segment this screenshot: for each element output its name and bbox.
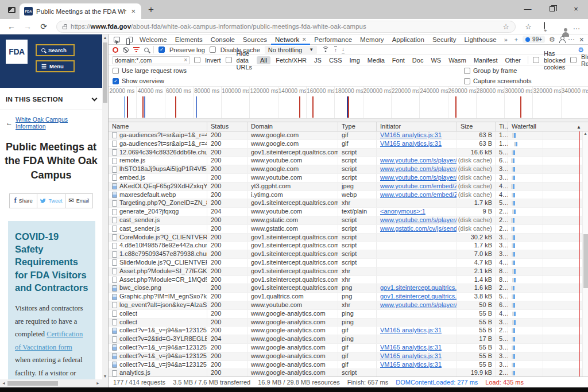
new-tab-button[interactable]: + xyxy=(141,4,161,15)
filter-toggle-icon[interactable] xyxy=(133,47,140,52)
scroll-down-arrow[interactable]: ▼ xyxy=(102,374,108,378)
devtools-tab-performance[interactable]: Performance xyxy=(310,34,356,45)
table-scroll-thumb[interactable] xyxy=(583,234,588,288)
feedback-icon[interactable] xyxy=(559,36,564,41)
request-row[interactable]: collect?v=1&_v=j94&a=1231253574&...200ww… xyxy=(109,327,588,335)
devtools-settings-icon[interactable]: ⚙ xyxy=(549,36,555,43)
request-row[interactable]: analytics.js200www.google-analytics.coms… xyxy=(109,369,588,377)
request-row[interactable]: ga-audiences?t=sr&aip=1&_r=4&slf_r...200… xyxy=(109,140,588,149)
devtools-tab-security[interactable]: Security xyxy=(428,34,461,45)
init-cell[interactable]: www.youtube.com/s/player/9e4... xyxy=(377,174,457,182)
back-button[interactable]: ← xyxy=(5,22,18,30)
close-window-button[interactable]: × xyxy=(564,0,588,17)
issues-badge[interactable]: 99+ xyxy=(523,36,545,43)
name-cell[interactable]: analytics.js xyxy=(109,369,207,377)
request-row[interactable]: cast_sender.js200www.gstatic.comscriptww… xyxy=(109,216,588,225)
filter-chip-doc[interactable]: Doc xyxy=(410,56,426,64)
email-share-button[interactable]: ✉Email xyxy=(65,193,93,208)
filter-chip-other[interactable]: Other xyxy=(502,56,523,64)
request-row[interactable]: embed.js200www.youtube.comscriptwww.yout… xyxy=(109,174,588,183)
name-cell[interactable]: SliderModule.js?Q_CLIENTVERSION=1... xyxy=(109,259,207,267)
forward-button[interactable]: → xyxy=(21,22,34,30)
preserve-log-checkbox[interactable] xyxy=(158,46,165,53)
name-cell[interactable]: collect?v=1&_v=j94&a=1231253574&... xyxy=(109,361,207,369)
request-row[interactable]: log_event?alt=json&key=AIzaSyAO_FJ...200… xyxy=(109,301,588,310)
request-row[interactable]: generate_204?jfqxqg204www.youtube.comtex… xyxy=(109,208,588,216)
has-blocked-cookies-checkbox[interactable] xyxy=(533,57,539,63)
devtools-tab-sources[interactable]: Sources xyxy=(239,34,271,45)
record-network-log-button[interactable] xyxy=(113,47,118,53)
name-cell[interactable]: collect xyxy=(109,310,207,318)
large-rows-checkbox[interactable] xyxy=(113,68,119,74)
name-cell[interactable]: ga-audiences?t=sr&aip=1&_r=4&slf_r... xyxy=(109,140,207,148)
column-header-name[interactable]: Name xyxy=(109,122,207,131)
blocked-requests-checkbox[interactable] xyxy=(570,57,577,63)
request-row[interactable]: collect200www.google-analytics.comping55… xyxy=(109,310,588,319)
group-by-frame-checkbox[interactable] xyxy=(464,68,470,74)
filter-chip-img[interactable]: Img xyxy=(347,56,362,64)
search-network-icon[interactable] xyxy=(144,48,149,52)
filter-chip-manifest[interactable]: Manifest xyxy=(471,56,500,64)
devtools-tab-memory[interactable]: Memory xyxy=(356,34,388,45)
name-cell[interactable]: Targeting.php?Q_ZoneID=ZN_8nYVgb... xyxy=(109,199,207,207)
request-row[interactable]: 4.d8e10f498578e92e442a.chunk.js?Q_...200… xyxy=(109,242,588,250)
name-cell[interactable]: embed.js xyxy=(109,174,207,182)
address-bar[interactable]: https://www.fda.gov/about-fda/white-oak-… xyxy=(56,21,516,33)
network-settings-icon[interactable]: ⚙ xyxy=(578,46,584,53)
scroll-left-arrow[interactable]: ◄ xyxy=(2,381,6,385)
page-horizontal-scrollbar[interactable]: ◄ ► xyxy=(0,379,108,387)
close-devtools-icon[interactable]: × xyxy=(579,35,584,44)
init-cell[interactable]: www.youtube.com/s/player/9e4... xyxy=(377,165,457,173)
init-cell[interactable]: gov1.siteintercept.qualtrics.com/... xyxy=(377,284,457,292)
tab-actions-button[interactable] xyxy=(3,2,20,17)
network-overview-timeline[interactable]: 20000 ms40000 ms60000 ms80000 ms100000 m… xyxy=(109,87,588,122)
request-row[interactable]: Graphic.php?IM=IM_egnSxo7k8HuL1o9200gov1… xyxy=(109,293,588,301)
name-cell[interactable]: 12.0694c394c89326ddb6fe.chunk.js?Q... xyxy=(109,149,207,157)
devtools-tab-application[interactable]: Application xyxy=(388,34,428,45)
import-har-button[interactable]: ↑ xyxy=(334,46,337,53)
in-this-section[interactable]: IN THIS SECTION xyxy=(0,88,102,110)
name-cell[interactable]: collect xyxy=(109,319,207,327)
request-row[interactable]: Asset.php?Module=SI_77fEGKa4kOkO...200go… xyxy=(109,267,588,276)
filter-chip-all[interactable]: All xyxy=(257,56,270,64)
filter-chip-wasm[interactable]: Wasm xyxy=(446,56,469,64)
clear-filter-icon[interactable]: × xyxy=(184,57,187,63)
name-cell[interactable]: collect?v=1&_v=j94&a=1231253574&... xyxy=(109,352,207,360)
close-network-panel-icon[interactable]: × xyxy=(302,36,306,44)
tweet-button[interactable]: Tweet xyxy=(37,193,65,208)
maximize-button[interactable] xyxy=(540,0,564,17)
disable-cache-checkbox[interactable] xyxy=(210,46,216,53)
init-cell[interactable]: www.youtube.com/s/player/9e4... xyxy=(377,157,457,165)
filter-input[interactable]: domain:*.com× xyxy=(113,56,189,64)
device-toolbar-button[interactable] xyxy=(123,37,136,42)
show-overview-checkbox[interactable] xyxy=(113,78,119,84)
refresh-button[interactable]: ⟳ xyxy=(37,22,51,30)
scroll-up-arrow[interactable]: ▲ xyxy=(102,36,108,40)
site-menu-button[interactable]: ☰Menu xyxy=(36,60,75,72)
name-cell[interactable]: collect?v=1&_v=j94&a=1231253574&... xyxy=(109,327,207,335)
name-cell[interactable]: bwc_close.png xyxy=(109,284,207,292)
column-header-status[interactable]: Status xyxy=(207,122,247,131)
vertical-scroll-thumb[interactable] xyxy=(103,42,107,103)
name-cell[interactable]: remote.js xyxy=(109,157,207,165)
request-row[interactable]: collect?v=2&tid=G-3YLR8EGLBW&gt...204www… xyxy=(109,335,588,344)
name-cell[interactable]: Asset.php?Module=CR_1MQd5sGJQO... xyxy=(109,276,207,284)
collections-icon[interactable] xyxy=(537,22,551,31)
add-favorite-icon[interactable]: ☆ xyxy=(502,22,509,31)
inspect-element-button[interactable] xyxy=(110,37,123,42)
name-cell[interactable]: cast_sender.js xyxy=(109,216,207,224)
scroll-right-arrow[interactable]: ► xyxy=(96,381,100,385)
name-cell[interactable]: cast_sender.js xyxy=(109,225,207,233)
browser-tab[interactable]: FDA Public Meetings at the FDA Whi × xyxy=(20,3,141,19)
column-header-waterfall[interactable]: Waterfall▲ xyxy=(508,122,588,131)
name-cell[interactable]: Graphic.php?IM=IM_egnSxo7k8HuL1o9 xyxy=(109,293,207,301)
name-cell[interactable]: lhSTO18aJj9upsAi5ljgP1R4Vl5dkuWly... xyxy=(109,165,207,173)
devtools-tab-console[interactable]: Console xyxy=(207,34,239,45)
request-row[interactable]: Asset.php?Module=CR_1MQd5sGJQO...200gov1… xyxy=(109,276,588,285)
init-cell[interactable]: VM165 analytics.js:31 xyxy=(377,352,457,360)
init-cell[interactable]: www.youtube.com/embed/ZJZt... xyxy=(377,191,457,199)
column-header-type[interactable]: Type xyxy=(338,122,377,131)
request-row[interactable]: AKedOLQEqF65g29XdHZxkqYFUjLNa2...200yt3.… xyxy=(109,183,588,191)
page-vertical-scrollbar[interactable]: ▲ ▼ xyxy=(102,34,108,379)
request-row[interactable]: 12.0694c394c89326ddb6fe.chunk.js?Q...200… xyxy=(109,149,588,157)
